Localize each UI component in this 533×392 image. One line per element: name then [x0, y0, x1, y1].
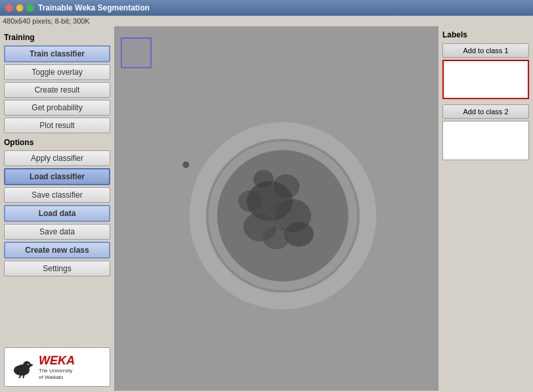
right-panel: Labels Add to class 1 Add to class 2: [438, 26, 533, 391]
train-classifier-button[interactable]: Train classifier: [4, 45, 110, 62]
weka-logo: WEKA The University of Waikato: [4, 347, 110, 387]
close-button[interactable]: [5, 4, 13, 12]
class-2-section: Add to class 2: [442, 104, 529, 163]
image-info: 480x640 pixels; 8-bit; 300K: [0, 16, 533, 26]
svg-point-17: [263, 227, 289, 249]
svg-point-19: [182, 162, 189, 168]
weka-brand-label: WEKA: [39, 354, 75, 368]
load-classifier-button[interactable]: Load classifier: [4, 168, 110, 185]
save-data-button[interactable]: Save data: [4, 224, 110, 240]
labels-header: Labels: [442, 30, 529, 39]
get-probability-button[interactable]: Get probability: [4, 100, 110, 116]
image-canvas[interactable]: [115, 26, 438, 391]
window-controls[interactable]: [5, 4, 34, 12]
load-data-button[interactable]: Load data: [4, 205, 110, 222]
svg-rect-20: [121, 38, 151, 68]
class-1-section: Add to class 1: [442, 43, 529, 102]
center-panel[interactable]: [115, 26, 438, 391]
class-2-canvas: [442, 121, 529, 160]
canvas-area[interactable]: [115, 26, 438, 391]
add-to-class-2-button[interactable]: Add to class 2: [442, 104, 529, 119]
svg-point-14: [273, 175, 299, 198]
window-title: Trainable Weka Segmentation: [38, 3, 150, 12]
training-section-label: Training: [4, 33, 110, 42]
weka-text: WEKA The University of Waikato: [39, 354, 75, 380]
save-classifier-button[interactable]: Save classifier: [4, 187, 110, 203]
maximize-button[interactable]: [26, 4, 34, 12]
svg-point-18: [253, 170, 273, 188]
title-bar: Trainable Weka Segmentation: [0, 0, 533, 16]
svg-point-6: [28, 364, 29, 365]
toggle-overlay-button[interactable]: Toggle overlay: [4, 64, 110, 80]
create-result-button[interactable]: Create result: [4, 82, 110, 98]
minimize-button[interactable]: [16, 4, 24, 12]
create-new-class-button[interactable]: Create new class: [4, 242, 110, 259]
settings-button[interactable]: Settings: [4, 261, 110, 276]
left-panel: Training Train classifier Toggle overlay…: [0, 26, 115, 391]
main-layout: Training Train classifier Toggle overlay…: [0, 26, 533, 391]
weka-bird-icon: [9, 352, 35, 382]
options-section-label: Options: [4, 138, 110, 147]
class-1-canvas: [442, 60, 529, 99]
weka-sub-line1: The University: [39, 368, 75, 374]
svg-point-5: [26, 364, 33, 366]
svg-point-15: [239, 190, 263, 211]
apply-classifier-button[interactable]: Apply classifier: [4, 150, 110, 166]
weka-sub-line2: of Waikato: [39, 374, 75, 381]
add-to-class-1-button[interactable]: Add to class 1: [442, 43, 529, 58]
plot-result-button[interactable]: Plot result: [4, 118, 110, 133]
